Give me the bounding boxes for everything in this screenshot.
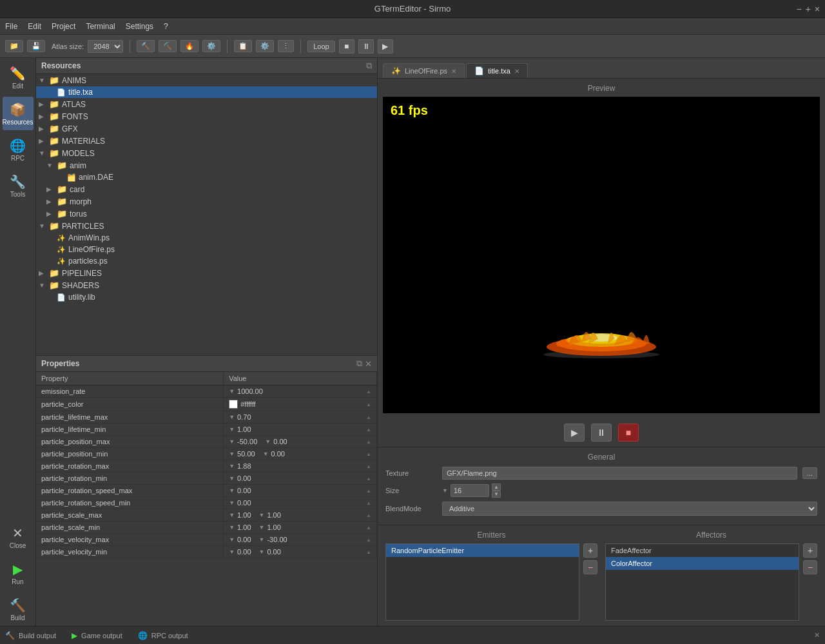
prop-scroll-btn[interactable]: ▲ <box>366 488 371 494</box>
prop-scroll-btn[interactable]: ▲ <box>366 500 371 506</box>
menu-settings[interactable]: Settings <box>126 22 153 31</box>
lineoffire-icon: ✨ <box>57 246 66 254</box>
emitter-item-random[interactable]: RandomParticleEmitter <box>386 544 579 557</box>
tool-btn-2[interactable]: ⛏️ <box>159 40 177 52</box>
menu-file[interactable]: File <box>5 22 17 31</box>
properties-float-btn[interactable]: ⧉ <box>356 358 362 369</box>
affector-add-btn[interactable]: + <box>803 543 817 558</box>
lineoffire-tab-close[interactable]: ✕ <box>451 68 456 75</box>
texture-input[interactable] <box>442 467 797 480</box>
game-output-item[interactable]: ▶ Game output <box>72 631 122 640</box>
tree-item-morph[interactable]: ▶ 📁 morph <box>36 195 377 208</box>
maximize-btn[interactable]: + <box>806 4 811 14</box>
tree-item-particles-ps[interactable]: ▶ ✨ particles.ps <box>36 255 377 267</box>
tree-item-torus[interactable]: ▶ 📁 torus <box>36 208 377 220</box>
settings-btn[interactable]: ⚙️ <box>256 40 274 52</box>
sidebar-item-close[interactable]: ✕ Close <box>3 520 34 554</box>
properties-close-btn[interactable]: ✕ <box>365 358 372 369</box>
prop-scroll-btn[interactable]: ▲ <box>366 463 371 469</box>
minimize-btn[interactable]: − <box>796 4 801 14</box>
resources-tree[interactable]: ▼ 📁 ANIMS ▶ 📄 title.txa ▶ 📁 ATLAS ▶ <box>36 74 377 355</box>
prop-scroll-btn[interactable]: ▲ <box>366 451 371 457</box>
rpc-output-icon: 🌐 <box>138 631 148 640</box>
tree-item-atlas[interactable]: ▶ 📁 ATLAS <box>36 98 377 110</box>
sidebar-label-run: Run <box>12 578 23 585</box>
close-statusbar-btn[interactable]: ✕ <box>814 631 820 639</box>
sidebar-item-build[interactable]: 🔨 Build <box>3 592 34 626</box>
emitter-remove-btn[interactable]: − <box>583 560 597 574</box>
prop-scroll-btn[interactable]: ▲ <box>366 439 371 445</box>
prop-scroll-btn[interactable]: ▲ <box>366 427 371 433</box>
save-btn[interactable]: 💾 <box>27 40 45 52</box>
resources-float-btn[interactable]: ⧉ <box>366 61 372 71</box>
tool-btn-3[interactable]: 🔥 <box>180 40 199 52</box>
play-btn[interactable]: ▶ <box>564 424 585 442</box>
tree-item-anim[interactable]: ▼ 📁 anim <box>36 159 377 171</box>
new-file-btn[interactable]: 📁 <box>5 40 23 52</box>
menu-project[interactable]: Project <box>52 22 75 31</box>
tree-item-title-txa[interactable]: ▶ 📄 title.txa <box>36 86 377 98</box>
tree-item-fonts[interactable]: ▶ 📁 FONTS <box>36 110 377 122</box>
prop-scroll-btn[interactable]: ▲ <box>366 476 371 482</box>
menu-edit[interactable]: Edit <box>28 22 41 31</box>
title-txa-tab-close[interactable]: ✕ <box>514 68 519 75</box>
color-swatch[interactable] <box>229 400 238 409</box>
size-input[interactable] <box>451 484 489 497</box>
tab-lineoffire[interactable]: ✨ LineOfFire.ps ✕ <box>383 63 465 78</box>
affectors-list[interactable]: FadeAffector ColorAffector <box>605 543 799 621</box>
emitters-list[interactable]: RandomParticleEmitter <box>385 543 579 621</box>
prop-arrow: ▼ <box>229 388 235 395</box>
size-up-btn[interactable]: ▲ <box>492 483 501 491</box>
build-output-item[interactable]: 🔨 Build output <box>5 631 56 640</box>
sidebar-item-edit[interactable]: ✏️ Edit <box>3 61 34 94</box>
clipboard-btn[interactable]: 📋 <box>234 40 252 52</box>
tree-item-anims[interactable]: ▼ 📁 ANIMS <box>36 74 377 86</box>
atlas-size-select[interactable]: 2048 1024 512 <box>88 40 123 53</box>
close-btn[interactable]: × <box>815 4 820 14</box>
tree-item-gfx[interactable]: ▶ 📁 GFX <box>36 122 377 135</box>
tree-item-pipelines[interactable]: ▶ 📁 PIPELINES <box>36 267 377 279</box>
tree-item-utility-lib[interactable]: ▶ 📄 utility.lib <box>36 291 377 303</box>
sidebar-item-tools[interactable]: 🔧 Tools <box>3 169 34 202</box>
prop-scroll-btn[interactable]: ▲ <box>366 549 371 555</box>
pause-btn[interactable]: ⏸ <box>591 424 612 442</box>
tree-item-materials[interactable]: ▶ 📁 MATERIALS <box>36 135 377 147</box>
sidebar-item-rpc[interactable]: 🌐 RPC <box>3 133 34 166</box>
tool-btn-1[interactable]: 🔨 <box>137 40 155 52</box>
stop-btn[interactable]: ■ <box>618 424 639 442</box>
prop-scroll-btn[interactable]: ▲ <box>366 402 371 407</box>
prop-arrow: ▼ <box>229 512 235 518</box>
affector-remove-btn[interactable]: − <box>803 560 817 574</box>
affector-item-color[interactable]: ColorAffector <box>606 557 799 570</box>
affector-item-fade[interactable]: FadeAffector <box>606 544 799 557</box>
tree-item-shaders[interactable]: ▼ 📁 SHADERS <box>36 279 377 291</box>
menu-terminal[interactable]: Terminal <box>86 22 115 31</box>
menu-help[interactable]: ? <box>164 22 168 31</box>
rpc-output-item[interactable]: 🌐 RPC output <box>138 631 188 640</box>
pause-toolbar-btn[interactable]: ⏸ <box>358 39 374 54</box>
stop-toolbar-btn[interactable]: ■ <box>339 39 354 54</box>
tree-item-lineoffire-ps[interactable]: ▶ ✨ LineOfFire.ps <box>36 244 377 255</box>
emitter-add-btn[interactable]: + <box>583 543 597 558</box>
table-row: particle_lifetime_max▼0.70▲ <box>36 411 377 424</box>
prop-scroll-btn[interactable]: ▲ <box>366 537 371 543</box>
sidebar-item-run[interactable]: ▶ Run <box>3 556 34 590</box>
prop-scroll-btn[interactable]: ▲ <box>366 512 371 518</box>
prop-scroll-btn[interactable]: ▲ <box>366 415 371 420</box>
tree-item-animwin-ps[interactable]: ▶ ✨ AnimWin.ps <box>36 232 377 244</box>
texture-browse-btn[interactable]: ... <box>802 467 817 479</box>
tab-title-txa[interactable]: 📄 title.txa ✕ <box>466 63 528 78</box>
more-btn[interactable]: ⋮ <box>278 40 294 52</box>
play-toolbar-btn[interactable]: ▶ <box>378 39 393 54</box>
size-down-btn[interactable]: ▼ <box>492 491 501 498</box>
tree-item-models[interactable]: ▼ 📁 MODELS <box>36 147 377 159</box>
prop-scroll-btn[interactable]: ▲ <box>366 389 371 395</box>
loop-btn[interactable]: Loop <box>307 41 335 52</box>
prop-scroll-btn[interactable]: ▲ <box>366 525 371 531</box>
sidebar-item-resources[interactable]: 📦 Resources <box>3 97 34 130</box>
tree-item-particles[interactable]: ▼ 📁 PARTICLES <box>36 220 377 232</box>
blendmode-select[interactable]: Additive Alpha Normal <box>442 502 817 516</box>
tree-item-card[interactable]: ▶ 📁 card <box>36 183 377 195</box>
tree-item-anim-dae[interactable]: ▶ 🗂️ anim.DAE <box>36 171 377 183</box>
tool-btn-4[interactable]: ⚙️ <box>202 40 220 52</box>
